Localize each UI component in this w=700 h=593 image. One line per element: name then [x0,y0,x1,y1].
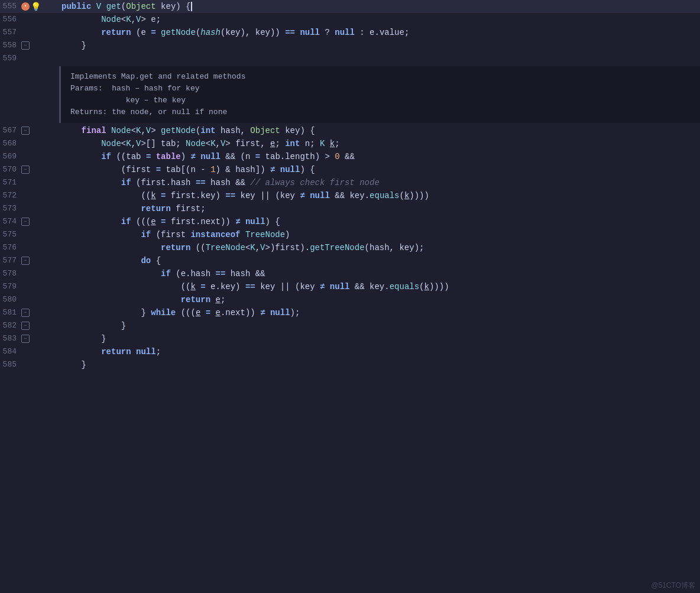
line-577: 577 − do { [0,254,700,267]
gutter-574: 574 − [0,215,59,228]
code-570: (first = tab[(n - 1) & hash]) ≠ null) { [59,163,700,176]
line-575: 575 if (first instanceof TreeNode) [0,228,700,241]
fold-icon-583[interactable]: − [21,335,30,343]
gutter-575: 575 [0,228,59,241]
line-567: 567 − final Node<K,V> getNode(int hash, … [0,124,700,137]
fold-icon-574[interactable]: − [21,218,30,226]
line-582: 582 − } [0,319,700,332]
gutter-576: 576 [0,241,59,254]
line-number-579: 579 [0,280,21,293]
line-570: 570 − (first = tab[(n - 1) & hash]) ≠ nu… [0,163,700,176]
gutter-578: 578 [0,267,59,280]
line-555: 555 • 💡 public V get(Object key) { [0,0,700,13]
line-number-582: 582 [0,319,21,332]
line-number-581: 581 [0,306,21,319]
code-567: final Node<K,V> getNode(int hash, Object… [59,124,700,137]
code-572: ((k = first.key) == key || (key ≠ null &… [59,189,700,202]
gutter-571: 571 [0,176,59,189]
line-number-575: 575 [0,228,21,241]
code-571: if (first.hash == hash && // always chec… [59,176,700,189]
icons-555: • 💡 [21,2,45,12]
gutter-559: 559 [0,52,59,65]
line-571: 571 if (first.hash == hash && // always … [0,176,700,189]
line-number-577: 577 [0,254,21,267]
line-569: 569 if ((tab = table) ≠ null && (n = tab… [0,150,700,163]
line-number-574: 574 [0,215,21,228]
line-number-567: 567 [0,124,21,137]
code-557: return (e = getNode(hash(key), key)) == … [59,26,700,39]
code-582: } [59,319,700,332]
line-576: 576 return ((TreeNode<K,V>)first).getTre… [0,241,700,254]
line-number-573: 573 [0,202,21,215]
code-581: } while (((e = e.next)) ≠ null); [59,306,700,319]
fold-icon-558[interactable]: − [21,41,30,50]
gutter-572: 572 [0,189,59,202]
code-editor: 555 • 💡 public V get(Object key) { 556 N… [0,0,700,593]
doc-returns: Returns: the node, or null if none [70,106,691,118]
gutter-567: 567 − [0,124,59,137]
line-number-556: 556 [0,13,21,26]
line-number-559: 559 [0,52,21,65]
line-559: 559 [0,52,700,65]
fold-icon-577[interactable]: − [21,257,30,265]
doc-tooltip: Implements Map.get and related methods P… [59,66,700,123]
code-574: if (((e = first.next)) ≠ null) { [59,215,700,228]
doc-param2: key – the key [70,95,691,106]
gutter-570: 570 − [0,163,59,176]
icons-583: − [21,335,45,343]
code-559 [59,52,700,65]
fold-icon-570[interactable]: − [21,166,30,174]
line-number-570: 570 [0,163,21,176]
fold-icon-567[interactable]: − [21,127,30,135]
icons-567: − [21,127,45,135]
code-575: if (first instanceof TreeNode) [59,228,700,241]
fold-icon-581[interactable]: − [21,309,30,317]
line-number-571: 571 [0,176,21,189]
code-583: } [59,332,700,345]
line-number-578: 578 [0,267,21,280]
gutter-585: 585 [0,358,59,371]
gutter-581: 581 − [0,306,59,319]
gutter-557: 557 [0,26,59,39]
code-579: ((k = e.key) == key || (key ≠ null && ke… [59,280,700,293]
lightbulb-icon[interactable]: 💡 [31,2,41,12]
line-568: 568 Node<K,V>[] tab; Node<K,V> first, e;… [0,137,700,150]
gutter-584: 584 [0,345,59,358]
line-573: 573 return first; [0,202,700,215]
gutter-577: 577 − [0,254,59,267]
code-558: } [59,39,700,52]
line-584: 584 return null; [0,345,700,358]
line-number-569: 569 [0,150,21,163]
line-557: 557 return (e = getNode(hash(key), key))… [0,26,700,39]
line-number-555: 555 [0,0,21,13]
line-number-580: 580 [0,293,21,306]
line-580: 580 return e; [0,293,700,306]
icons-574: − [21,218,45,226]
icons-581: − [21,309,45,317]
line-558: 558 − } [0,39,700,52]
gutter-568: 568 [0,137,59,150]
code-577: do { [59,254,700,267]
line-579: 579 ((k = e.key) == key || (key ≠ null &… [0,280,700,293]
gutter-573: 573 [0,202,59,215]
line-585: 585 } [0,358,700,371]
gutter-583: 583 − [0,332,59,345]
breakpoint-icon[interactable]: • [21,2,30,11]
line-number-583: 583 [0,332,21,345]
code-556: Node<K,V> e; [59,13,700,26]
code-580: return e; [59,293,700,306]
icons-558: − [21,41,45,50]
fold-icon-582[interactable]: − [21,322,30,330]
icons-570: − [21,166,45,174]
watermark: @51CTO博客 [651,581,695,591]
icons-577: − [21,257,45,265]
icons-582: − [21,322,45,330]
code-lines: 555 • 💡 public V get(Object key) { 556 N… [0,0,700,371]
line-number-576: 576 [0,241,21,254]
line-574: 574 − if (((e = first.next)) ≠ null) { [0,215,700,228]
line-number-572: 572 [0,189,21,202]
code-585: } [59,358,700,371]
gutter-582: 582 − [0,319,59,332]
line-581: 581 − } while (((e = e.next)) ≠ null); [0,306,700,319]
line-578: 578 if (e.hash == hash && [0,267,700,280]
